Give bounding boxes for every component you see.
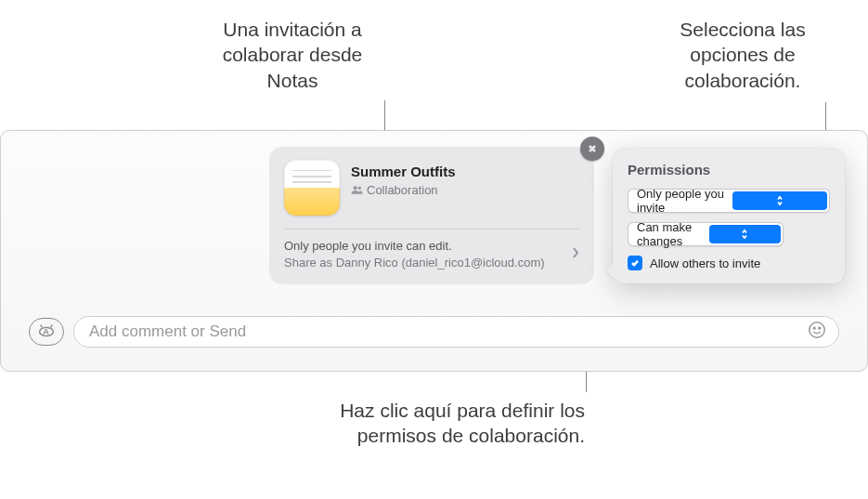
svg-point-4 [354, 186, 357, 190]
svg-point-2 [813, 327, 815, 329]
people-icon [351, 183, 363, 197]
permissions-row[interactable]: Only people you invite can edit. Share a… [284, 230, 579, 271]
svg-point-1 [810, 322, 825, 338]
compose-input[interactable] [89, 322, 799, 341]
permissions-popover: Permissions Only people you invite Can m… [613, 149, 845, 283]
notes-app-icon [284, 160, 340, 216]
emoji-icon[interactable] [807, 320, 827, 344]
apps-button[interactable]: A [29, 318, 64, 346]
permission-level-dropdown[interactable]: Can make changes [628, 222, 784, 246]
who-can-access-value: Only people you invite [637, 187, 732, 215]
svg-point-5 [358, 187, 361, 190]
who-can-access-dropdown[interactable]: Only people you invite [628, 189, 830, 213]
svg-point-3 [819, 327, 821, 329]
permissions-title: Permissions [628, 162, 830, 177]
callout-permissions-hint: Haz clic aquí para definir los permisos … [306, 398, 585, 449]
chevron-right-icon[interactable] [572, 246, 579, 263]
close-icon[interactable] [580, 137, 604, 161]
allow-others-checkbox[interactable] [628, 256, 642, 270]
note-title: Summer Outfits [351, 164, 579, 179]
permission-summary: Only people you invite can edit. [284, 239, 563, 253]
collaboration-label: Collaboration [367, 183, 438, 197]
callout-invite: Una invitación a colaborar desde Notas [195, 17, 390, 93]
share-as-label: Share as Danny Rico (daniel_rico1@icloud… [284, 255, 563, 271]
updown-icon [709, 225, 782, 243]
collaboration-card[interactable]: Summer Outfits Collaboration Only people… [269, 147, 594, 284]
updown-icon [732, 191, 828, 210]
allow-others-label: Allow others to invite [650, 256, 760, 270]
svg-text:A: A [43, 327, 50, 336]
permission-level-value: Can make changes [637, 220, 709, 248]
compose-field-wrap [73, 316, 839, 348]
callout-options: Selecciona las opciones de colaboración. [650, 17, 836, 93]
